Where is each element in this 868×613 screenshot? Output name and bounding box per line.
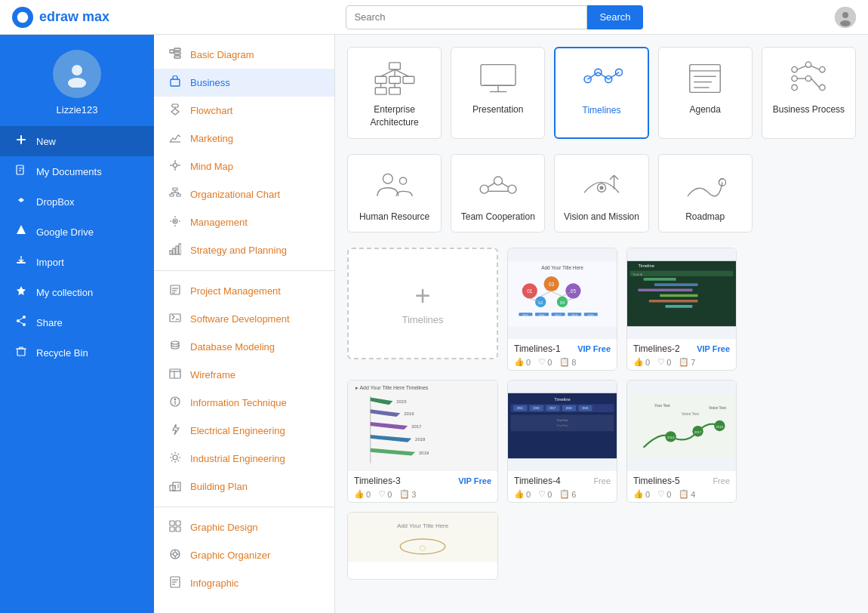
template-card-t3[interactable]: ▸ Add Your Title Here Timelines 2015 201… xyxy=(347,380,498,503)
category-card-timelines[interactable]: Timelines xyxy=(554,47,648,139)
menu-item-graphic-organizer[interactable]: Graphic Organizer xyxy=(154,541,334,569)
user-avatar-small[interactable] xyxy=(835,7,856,28)
category-card-vision-mission[interactable]: Vision and Mission xyxy=(554,154,648,233)
svg-text:▸ Add Your Title Here  Timelin: ▸ Add Your Title Here Timelines xyxy=(356,386,429,391)
menu-item-management[interactable]: Management xyxy=(154,208,334,236)
menu-item-label: Graphic Organizer xyxy=(190,550,270,561)
svg-rect-52 xyxy=(170,369,180,378)
mind-map-icon xyxy=(168,159,183,174)
t5-stats: 👍 0 ♡ 0 📋 4 xyxy=(633,489,730,499)
svg-rect-199 xyxy=(511,415,614,432)
svg-point-57 xyxy=(174,399,176,400)
svg-rect-168 xyxy=(660,294,697,297)
sidebar-item-my-collection[interactable]: My collection xyxy=(0,277,154,307)
search-input[interactable] xyxy=(346,5,587,29)
sidebar-item-new[interactable]: New xyxy=(0,126,154,156)
svg-rect-34 xyxy=(177,194,180,196)
menu-item-wireframe[interactable]: Wireframe xyxy=(154,361,334,389)
menu-divider-2 xyxy=(154,507,334,507)
category-card-presentation[interactable]: Presentation xyxy=(451,47,545,139)
svg-point-127 xyxy=(600,186,603,189)
avatar xyxy=(53,50,101,98)
sidebar-item-google-drive[interactable]: Google Drive xyxy=(0,217,154,247)
menu-item-software-dev[interactable]: Software Development xyxy=(154,305,334,333)
svg-rect-18 xyxy=(170,50,174,53)
svg-text:05: 05 xyxy=(571,289,577,294)
db-modeling-icon xyxy=(168,340,183,354)
svg-marker-11 xyxy=(17,286,26,295)
menu-item-basic-diagram[interactable]: Basic Diagram xyxy=(154,41,334,69)
menu-item-org-chart[interactable]: Organizational Chart xyxy=(154,180,334,208)
category-card-agenda[interactable]: Agenda xyxy=(658,47,753,139)
category-card-roadmap[interactable]: Roadmap xyxy=(658,154,753,233)
svg-point-110 xyxy=(806,62,811,67)
template-card-t2[interactable]: Timeline Task A xyxy=(626,248,737,371)
new-template-card[interactable]: + Timelines xyxy=(347,248,498,359)
menu-item-marketing[interactable]: Marketing xyxy=(154,125,334,152)
svg-text:Your Text: Your Text xyxy=(557,425,568,428)
menu-item-info-tech[interactable]: Information Technique xyxy=(154,389,334,417)
menu-item-industrial[interactable]: Industrial Engineering xyxy=(154,445,334,473)
category-card-enterprise-arch[interactable]: Enterprise Architecture xyxy=(347,47,442,139)
sidebar-item-recycle-bin[interactable]: Recycle Bin xyxy=(0,337,154,368)
search-button[interactable]: Search xyxy=(587,5,642,29)
menu-item-project-mgmt[interactable]: Project Management xyxy=(154,277,334,305)
template-card-extra[interactable]: Add Your Title Here ◯ xyxy=(347,512,498,580)
sidebar-item-my-documents[interactable]: My Documents xyxy=(0,156,154,186)
menu-item-electrical[interactable]: Electrical Engineering xyxy=(154,417,334,445)
svg-rect-21 xyxy=(174,56,180,58)
strategy-icon xyxy=(168,243,183,257)
menu-item-mind-map[interactable]: Mind Map xyxy=(154,152,334,180)
t3-hearts: ♡ 0 xyxy=(378,489,392,499)
t1-likes: 👍 0 xyxy=(514,357,531,367)
template-card-t4[interactable]: Timeline 2015 2016 2017 2018 2019 You xyxy=(507,380,617,503)
menu-item-label: Project Management xyxy=(190,285,281,297)
category-grid-row2: Human Resource Team Cooperation xyxy=(347,154,856,233)
category-card-business-process[interactable]: Business Process xyxy=(762,47,856,139)
category-card-human-resource[interactable]: Human Resource xyxy=(347,154,442,233)
vision-mission-label: Vision and Mission xyxy=(564,211,639,223)
svg-rect-84 xyxy=(375,88,386,94)
menu-item-infographic[interactable]: Infographic xyxy=(154,569,334,597)
menu-item-strategy[interactable]: Strategy and Planning xyxy=(154,236,334,264)
svg-text:◯: ◯ xyxy=(420,545,426,551)
business-process-icon xyxy=(786,60,831,97)
sidebar-item-dropbox[interactable]: DropBox xyxy=(0,186,154,217)
svg-point-71 xyxy=(174,553,177,556)
svg-point-120 xyxy=(480,185,488,193)
menu-item-graphic-design[interactable]: Graphic Design xyxy=(154,513,334,541)
svg-text:2019: 2019 xyxy=(582,408,588,411)
svg-rect-19 xyxy=(174,48,180,51)
menu-item-building[interactable]: Building Plan xyxy=(154,473,334,501)
human-resource-icon xyxy=(372,167,417,205)
template-card-t1[interactable]: Add Your Title Here 01 03 05 02 04 xyxy=(507,248,617,371)
t5-footer: Timelines-5 Free 👍 0 ♡ 0 📋 4 xyxy=(627,471,736,502)
category-grid: Enterprise Architecture Presentation xyxy=(347,47,856,139)
sidebar-profile: Lizzie123 xyxy=(0,35,154,126)
svg-rect-80 xyxy=(389,63,400,69)
menu-item-label: Mind Map xyxy=(190,161,233,172)
menu-item-flowchart[interactable]: Flowchart xyxy=(154,97,334,125)
svg-point-108 xyxy=(792,75,797,81)
category-card-team-cooperation[interactable]: Team Cooperation xyxy=(451,154,545,233)
sidebar-item-share[interactable]: Share xyxy=(0,307,154,337)
template-card-t5[interactable]: 2018 2017 2016 Your Text Voice Text Voic… xyxy=(626,380,737,503)
svg-rect-91 xyxy=(481,65,516,86)
sidebar-item-import[interactable]: Import xyxy=(0,247,154,277)
graphic-design-icon xyxy=(168,520,183,534)
content-area: Enterprise Architecture Presentation xyxy=(335,35,868,613)
svg-marker-24 xyxy=(171,109,179,115)
svg-text:2016: 2016 xyxy=(539,314,545,317)
t1-badge: VIP Free xyxy=(577,344,611,353)
svg-text:2015: 2015 xyxy=(517,408,523,411)
sidebar-item-label: Recycle Bin xyxy=(36,347,88,359)
t5-badge: Free xyxy=(713,476,730,485)
svg-point-95 xyxy=(584,75,591,82)
agenda-label: Agenda xyxy=(690,103,721,116)
svg-rect-17 xyxy=(17,349,25,356)
menu-item-business[interactable]: Business xyxy=(154,69,334,97)
logo-area: edraw max xyxy=(12,7,163,28)
t2-copies: 📋 7 xyxy=(679,357,695,367)
svg-text:Timeline: Timeline xyxy=(638,264,654,269)
menu-item-db-modeling[interactable]: Database Modeling xyxy=(154,333,334,361)
